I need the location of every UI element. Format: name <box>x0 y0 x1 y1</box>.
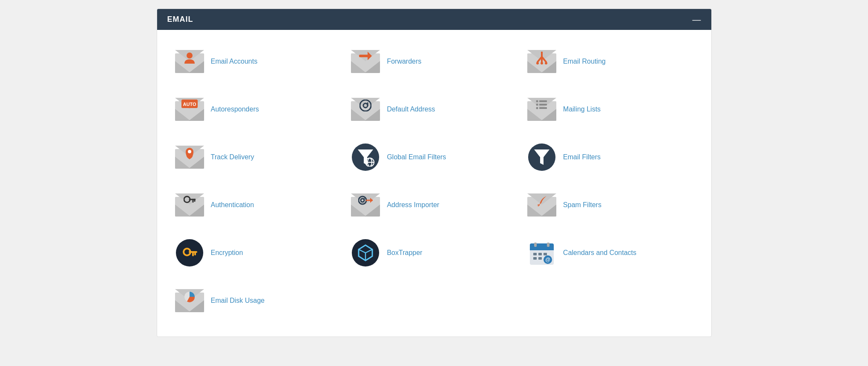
at-arrow-icon <box>350 190 381 220</box>
menu-item-spam-filters[interactable]: Spam Filters <box>522 182 698 228</box>
menu-label-forwarders: Forwarders <box>387 58 421 65</box>
menu-label-calendars-contacts: Calendars and Contacts <box>563 249 637 257</box>
svg-point-22 <box>188 150 191 153</box>
svg-rect-51 <box>547 243 549 247</box>
menu-item-default-address[interactable]: Default Address <box>346 86 522 132</box>
svg-text:@: @ <box>545 257 550 263</box>
fork-icon <box>526 46 557 77</box>
svg-rect-50 <box>534 243 537 247</box>
menu-label-email-accounts: Email Accounts <box>211 58 257 65</box>
svg-point-9 <box>545 62 547 64</box>
menu-label-track-delivery: Track Delivery <box>211 153 254 161</box>
piechart-icon <box>174 285 205 316</box>
funnel-icon <box>526 142 557 173</box>
menu-item-forwarders[interactable]: Forwarders <box>346 38 522 85</box>
menu-item-encryption[interactable]: Encryption <box>170 230 346 276</box>
svg-rect-20 <box>539 107 547 109</box>
panel-header: EMAIL — <box>157 9 711 30</box>
location-icon <box>174 142 205 173</box>
menu-label-address-importer: Address Importer <box>387 201 439 209</box>
menu-item-track-delivery[interactable]: Track Delivery <box>170 134 346 180</box>
auto-badge-icon: AUTO <box>174 94 205 125</box>
svg-rect-53 <box>538 253 542 255</box>
email-panel: EMAIL — Email Accounts Forwarders Email … <box>157 9 712 337</box>
menu-item-global-email-filters[interactable]: Global Email Filters <box>346 134 522 180</box>
menu-label-authentication: Authentication <box>211 201 254 209</box>
menu-item-authentication[interactable]: Authentication <box>170 182 346 228</box>
svg-point-8 <box>541 62 543 64</box>
svg-line-45 <box>365 249 372 253</box>
menu-label-default-address: Default Address <box>387 105 435 113</box>
svg-point-19 <box>536 107 538 109</box>
svg-marker-2 <box>368 52 372 60</box>
svg-point-17 <box>536 104 538 106</box>
menu-label-boxtrapper: BoxTrapper <box>387 249 422 257</box>
gpg-icon <box>174 237 205 268</box>
menu-label-email-routing: Email Routing <box>563 58 606 65</box>
boxtrapper-icon <box>350 237 381 268</box>
menu-item-email-routing[interactable]: Email Routing <box>522 38 698 85</box>
menu-label-email-disk-usage: Email Disk Usage <box>211 297 265 305</box>
panel-body: Email Accounts Forwarders Email Routing … <box>157 30 711 337</box>
svg-point-33 <box>359 196 366 204</box>
menu-label-global-email-filters: Global Email Filters <box>387 153 446 161</box>
menu-item-email-disk-usage[interactable]: Email Disk Usage <box>170 278 346 324</box>
menu-label-mailing-lists: Mailing Lists <box>563 105 601 113</box>
at-icon <box>350 94 381 125</box>
svg-point-12 <box>360 100 371 111</box>
svg-point-15 <box>536 100 538 102</box>
svg-rect-55 <box>533 257 537 260</box>
calendar-icon: @ <box>526 237 557 268</box>
svg-rect-16 <box>539 100 547 102</box>
menu-item-calendars-contacts[interactable]: @ Calendars and Contacts <box>522 230 698 276</box>
svg-line-44 <box>359 249 365 253</box>
panel-title: EMAIL <box>167 15 193 24</box>
svg-rect-18 <box>539 104 547 105</box>
menu-label-autoresponders: Autoresponders <box>211 105 259 113</box>
svg-rect-1 <box>359 55 368 57</box>
minimize-button[interactable]: — <box>693 15 701 24</box>
svg-rect-52 <box>533 253 537 255</box>
funnel-globe-icon <box>350 142 381 173</box>
svg-point-7 <box>536 62 539 64</box>
svg-rect-54 <box>544 253 547 255</box>
quill-icon <box>526 190 557 220</box>
menu-label-email-filters: Email Filters <box>563 153 601 161</box>
arrow-right-icon <box>350 46 381 77</box>
menu-item-email-accounts[interactable]: Email Accounts <box>170 38 346 85</box>
menu-item-boxtrapper[interactable]: BoxTrapper <box>346 230 522 276</box>
key-icon <box>174 190 205 220</box>
svg-rect-56 <box>538 257 542 260</box>
menu-item-email-filters[interactable]: Email Filters <box>522 134 698 180</box>
menu-item-address-importer[interactable]: Address Importer <box>346 182 522 228</box>
svg-text:AUTO: AUTO <box>183 102 196 107</box>
svg-marker-37 <box>370 198 373 203</box>
svg-point-0 <box>187 53 193 59</box>
menu-item-autoresponders[interactable]: AUTO Autoresponders <box>170 86 346 132</box>
svg-marker-27 <box>534 149 549 165</box>
menu-item-mailing-lists[interactable]: Mailing Lists <box>522 86 698 132</box>
menu-label-spam-filters: Spam Filters <box>563 201 602 209</box>
menu-label-encryption: Encryption <box>211 249 243 257</box>
list-icon <box>526 94 557 125</box>
person-icon <box>174 46 205 77</box>
svg-rect-49 <box>530 248 554 250</box>
